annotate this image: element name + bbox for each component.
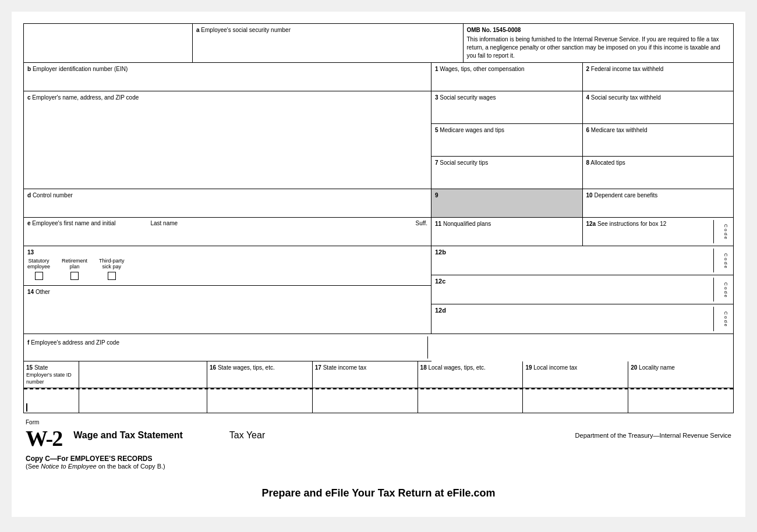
- box13-third: Third-party sick pay: [99, 258, 125, 280]
- form-subtitle: Wage and Tax Statement: [73, 430, 183, 441]
- box12d-code: C o d e: [713, 307, 730, 331]
- emp-addr-left: f Employee's address and ZIP code: [27, 336, 428, 359]
- box14-other: 14 Other: [24, 286, 431, 332]
- box16-data: [207, 389, 313, 413]
- cta-text: Prepare and eFile Your Tax Return at eFi…: [261, 487, 495, 499]
- tax-year: Tax Year: [229, 430, 265, 441]
- row-medicare: 5 Medicare wages and tips 6 Medicare tax…: [431, 124, 733, 157]
- irs-notice-text: This information is being furnished to t…: [467, 36, 720, 59]
- box15-state-data: [24, 389, 79, 413]
- box12d: 12d C o d e: [431, 304, 733, 334]
- box6-medicare-tax: 6 Medicare tax withheld: [583, 124, 734, 156]
- employer-label: c Employer's name, address, and ZIP code: [27, 94, 139, 101]
- box15-id-data: [79, 389, 207, 413]
- box18-local-wages: 18 Local wages, tips, etc.: [418, 361, 523, 388]
- copy-note-italic: Notice to Employee: [41, 463, 96, 470]
- copy-note: (See Notice to Employee on the back of C…: [26, 463, 731, 470]
- box16-state-wages: 16 State wages, tips, etc.: [207, 361, 313, 388]
- emp-address-field: f Employee's address and ZIP code: [24, 334, 431, 361]
- copy-label: Copy C—For EMPLOYEE'S RECORDS: [26, 455, 731, 463]
- ein-label: b Employer identification number (EIN): [27, 66, 128, 72]
- box18-data: [418, 389, 523, 413]
- box12b-code: C o d e: [713, 249, 730, 272]
- box11-nonqual: 11 Nonqualified plans: [431, 218, 583, 246]
- box2-label: 2 Federal income tax withheld: [586, 66, 664, 72]
- row-ssn: a Employee's social security number OMB …: [24, 24, 733, 63]
- box15-state: 15 State Employer's state ID number: [24, 361, 79, 388]
- box3-ss-wages: 3 Social security wages: [431, 91, 583, 123]
- right-boxes-3-8: 3 Social security wages 4 Social securit…: [431, 91, 733, 189]
- box19-local-income: 19 Local income tax: [523, 361, 628, 388]
- box12c-code: C o d e: [713, 278, 730, 302]
- ssn-field: a Employee's social security number: [193, 24, 464, 62]
- box12a-label: 12a See instructions for box 12: [586, 220, 714, 243]
- box4-ss-tax: 4 Social security tax withheld: [583, 91, 734, 123]
- box12c-label: 12c: [435, 278, 713, 302]
- irs-department: Department of the Treasury—Internal Reve…: [575, 432, 731, 439]
- box1-wages: 1 Wages, tips, other compensation: [431, 63, 583, 91]
- box12b-label: 12b: [435, 249, 713, 272]
- box9-field: 9: [431, 189, 583, 217]
- emp-area: 13 Statutory employee Retirement plan Th…: [24, 246, 431, 334]
- cta-section: Prepare and eFile Your Tax Return at eFi…: [23, 487, 734, 499]
- form-small-label: Form: [26, 419, 39, 425]
- box10-dep-care: 10 Dependent care benefits: [583, 189, 734, 217]
- copy-note-suffix: on the back of Copy B.): [97, 463, 165, 470]
- box13-area: 13 Statutory employee Retirement plan Th…: [24, 246, 431, 286]
- footer-copy: Copy C—For EMPLOYEE'S RECORDS (See Notic…: [23, 455, 734, 470]
- box12a: 12a See instructions for box 12 C o d e: [583, 218, 734, 246]
- footer: Form W-2 Wage and Tax Statement Tax Year…: [23, 419, 734, 451]
- copy-note-prefix: (See: [26, 463, 41, 470]
- ssn-label: a Employee's social security number: [196, 27, 291, 33]
- row-state-header: 15 State Employer's state ID number 16 S…: [24, 361, 733, 388]
- control-field: d Control number: [24, 189, 431, 217]
- box1-label: 1 Wages, tips, other compensation: [435, 66, 525, 72]
- form-w2-branding: Form W-2: [26, 419, 62, 451]
- page: a Employee's social security number OMB …: [12, 12, 745, 517]
- box20-locality: 20 Locality name: [628, 361, 733, 388]
- box19-data: [523, 389, 628, 413]
- box5-medicare-wages: 5 Medicare wages and tips: [431, 124, 583, 156]
- box12b: 12b C o d e: [431, 246, 733, 275]
- box2-federal: 2 Federal income tax withheld: [583, 63, 734, 91]
- box17-data: [313, 389, 418, 413]
- omb-number: OMB No. 1545-0008: [467, 26, 730, 34]
- box13-stat: Statutory employee: [27, 258, 50, 280]
- box20-data: [628, 389, 733, 413]
- employer-name-field: c Employer's name, address, and ZIP code: [24, 91, 431, 189]
- box13-stat-checkbox[interactable]: [35, 272, 43, 280]
- w2-form: a Employee's social security number OMB …: [23, 23, 734, 413]
- box12c: 12c C o d e: [431, 275, 733, 304]
- omb-notice: OMB No. 1545-0008 This information is be…: [464, 24, 734, 62]
- box17-state-income: 17 State income tax: [313, 361, 418, 388]
- ein-field: b Employer identification number (EIN): [24, 63, 431, 91]
- emp-name-field: e Employee's first name and initial Last…: [24, 218, 431, 246]
- row-ss-wages: 3 Social security wages 4 Social securit…: [431, 91, 733, 124]
- row-ein: b Employer identification number (EIN) 1…: [24, 63, 733, 91]
- middle-section: c Employer's name, address, and ZIP code…: [24, 91, 733, 189]
- box12bcd-area: 12b C o d e 12c C o d e 12d C o d e: [431, 246, 733, 334]
- box7-ss-tips: 7 Social security tips: [431, 157, 583, 189]
- box8-allocated-tips: 8 Allocated tips: [583, 157, 734, 189]
- form-w2-title: W-2: [26, 425, 62, 451]
- box13-third-checkbox[interactable]: [108, 272, 116, 280]
- row-large-area: 13 Statutory employee Retirement plan Th…: [24, 246, 733, 334]
- box13-retire: Retirement plan: [62, 258, 87, 280]
- row-tips: 7 Social security tips 8 Allocated tips: [431, 157, 733, 189]
- box15-id: [79, 361, 207, 388]
- ssn-left-blank: [24, 24, 193, 62]
- box13-checkboxes: Statutory employee Retirement plan Third…: [27, 258, 427, 280]
- box12d-label: 12d: [435, 307, 713, 331]
- row-control: d Control number 9 10 Dependent care ben…: [24, 189, 733, 218]
- row-emp-name: e Employee's first name and initial Last…: [24, 218, 733, 246]
- box12a-code: C o d e: [713, 220, 730, 243]
- row-state-data: [24, 389, 733, 413]
- box13-retire-checkbox[interactable]: [70, 272, 79, 280]
